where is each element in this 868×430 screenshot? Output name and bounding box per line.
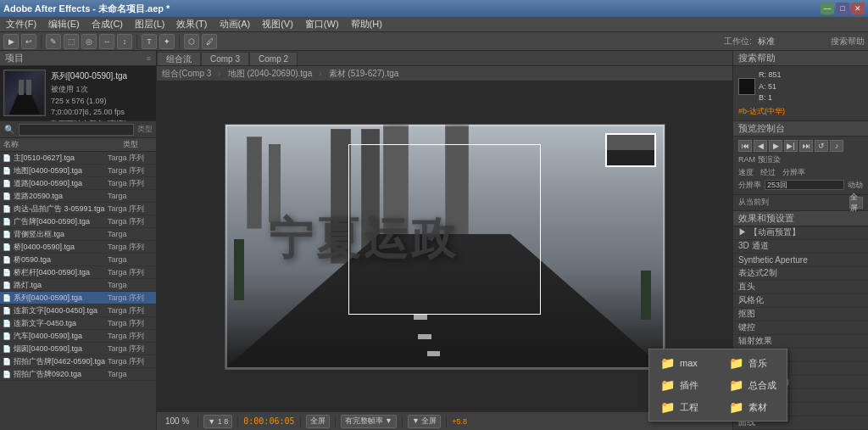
toolbar-btn-5[interactable]: ◎ (81, 34, 97, 49)
toolbar-btn-9[interactable]: ✦ (159, 34, 175, 49)
full-btn[interactable]: ▼ 全屏 (408, 415, 441, 428)
file-item-13[interactable]: 📄连新文字-0450.tgaTarga 序列 (0, 317, 156, 330)
toolbar-btn-6[interactable]: ↔ (99, 34, 114, 49)
effect-item-8[interactable]: 辐射效果 (733, 335, 868, 349)
effect-item-7[interactable]: 键控 (733, 321, 868, 335)
file-icon-10: 📄 (2, 280, 12, 290)
loop-btn[interactable]: ↺ (815, 140, 828, 152)
panel-collapse-btn[interactable]: ≡ (147, 54, 151, 63)
file-type-12: Targa 序列 (108, 305, 154, 316)
menu-item-动画[interactable]: 动画(A) (217, 18, 253, 31)
file-item-3[interactable]: 📄道路20590.tgaTarga (0, 190, 156, 203)
toolbar-btn-1[interactable]: ▶ (3, 34, 19, 49)
right-panel-title: 搜索帮助 (738, 52, 776, 64)
toolbar-btn-3[interactable]: ✎ (46, 34, 61, 49)
file-item-16[interactable]: 📄招拍广告牌[0462-0590].tgaTarga 序列 (0, 355, 156, 368)
col-type-header: 类型 (105, 139, 156, 150)
file-item-8[interactable]: 📄桥0590.tgaTarga (0, 254, 156, 266)
ctx-item-插件[interactable]: 📁插件 (653, 375, 715, 395)
mini-preview-content (607, 135, 654, 165)
effect-item-6[interactable]: 抠图 (733, 308, 868, 321)
search-icon[interactable]: 🔍 (3, 124, 15, 136)
menu-item-合成[interactable]: 合成(C) (89, 18, 125, 31)
file-item-9[interactable]: 📄桥栏杆[0400-0590].tgaTarga 序列 (0, 266, 156, 279)
effect-item-2[interactable]: Synthetic Aperture (733, 254, 868, 267)
full-screen-toggle[interactable]: 全屏 (849, 197, 863, 209)
quality-btn[interactable]: 全屏 (306, 415, 330, 428)
file-item-10[interactable]: 📄路灯.tgaTarga (0, 279, 156, 292)
ctx-item-音乐[interactable]: 📁音乐 (721, 353, 783, 373)
file-item-17[interactable]: 📄招拍广告牌0920.tgaTarga (0, 368, 156, 381)
preview-title: 预览控制台 (738, 122, 785, 135)
file-icon-11: 📄 (2, 293, 12, 303)
file-type-11: Targa 序列 (108, 293, 154, 304)
ctrl-sep-6 (446, 416, 447, 427)
file-item-2[interactable]: 📄道路[0400-0590].tgaTarga 序列 (0, 177, 156, 190)
toolbar-btn-10[interactable]: ⬡ (184, 34, 199, 49)
next-frame-btn[interactable]: ▶| (784, 140, 798, 152)
effect-item-3[interactable]: 表达式2制 (733, 267, 868, 281)
file-item-5[interactable]: 📄广告牌[0400-0590].tgaTarga 序列 (0, 215, 156, 228)
file-type-10: Targa (108, 281, 154, 289)
res-dropdown[interactable]: 253回 (765, 180, 844, 190)
audio-btn[interactable]: ♪ (830, 140, 843, 152)
minimize-button[interactable]: — (821, 3, 834, 14)
play-btn[interactable]: ▶ (769, 140, 782, 152)
file-name-15: 烟囱[0400-0590].tga (14, 343, 108, 355)
menu-item-效果[interactable]: 效果(T) (174, 18, 209, 31)
render-btn[interactable]: 有完整帧率 ▼ (341, 415, 397, 428)
file-item-14[interactable]: 📄汽车[0400-0590].tgaTarga 序列 (0, 330, 156, 343)
file-type-1: Targa 序列 (108, 165, 154, 176)
menu-item-文件[interactable]: 文件(F) (3, 18, 39, 31)
toolbar-btn-2[interactable]: ↩ (21, 34, 36, 49)
file-icon-12: 📄 (2, 305, 12, 316)
file-name-2: 道路[0400-0590].tga (14, 178, 108, 189)
menu-item-窗口[interactable]: 窗口(W) (303, 18, 342, 31)
ctx-item-max[interactable]: 📁max (653, 353, 715, 373)
menu-item-编辑[interactable]: 编辑(E) (46, 18, 82, 31)
last-frame-btn[interactable]: ⏭ (799, 140, 813, 152)
effect-item-1[interactable]: 3D 通道 (733, 240, 868, 254)
first-frame-btn[interactable]: ⏮ (738, 140, 752, 152)
toolbar-btn-7[interactable]: ↕ (117, 34, 132, 49)
file-item-4[interactable]: 📄肉达-品拍广告 3-05991.tgaTarga 序列 (0, 203, 156, 215)
file-item-11[interactable]: 📄系列[0400-0590].tgaTarga 序列 (0, 292, 156, 304)
toolbar-btn-11[interactable]: 🖊 (202, 34, 217, 49)
fps-btn[interactable]: ▼ 1 8 (203, 415, 232, 428)
folder-icon-工程: 📁 (659, 400, 675, 414)
effect-item-5[interactable]: 风格化 (733, 294, 868, 308)
maximize-button[interactable]: □ (836, 3, 849, 14)
mini-preview (605, 133, 656, 167)
menu-item-帮助[interactable]: 帮助(H) (348, 18, 385, 31)
tab-comp3[interactable]: Comp 3 (201, 52, 249, 65)
ctx-item-总合成[interactable]: 📁总合成 (721, 375, 783, 395)
tree-left (234, 239, 244, 300)
search-input[interactable] (19, 124, 134, 136)
ctx-item-素材[interactable]: 📁素材 (721, 397, 783, 417)
asset-label: 素材 (519-627).tga (329, 68, 399, 80)
viewer-area[interactable]: 宁夏运政 (157, 81, 732, 411)
ctrl-sep-3 (300, 416, 301, 427)
effect-item-0[interactable]: ▶ 【动画预置】 (733, 226, 868, 240)
file-item-6[interactable]: 📄背侧竖出框.tgaTarga (0, 228, 156, 241)
file-item-1[interactable]: 📄地图[0400-0590].tgaTarga 序列 (0, 165, 156, 177)
file-item-7[interactable]: 📄桥[0400-0590].tgaTarga 序列 (0, 241, 156, 254)
color-values: R: 851 A: 51 B: 1 (759, 70, 782, 104)
effect-item-4[interactable]: 直头 (733, 281, 868, 294)
file-item-0[interactable]: 📄主[0510-0627].tgaTarga 序列 (0, 152, 156, 165)
ctx-item-工程[interactable]: 📁工程 (653, 397, 715, 417)
menu-item-图层[interactable]: 图层(L) (132, 18, 167, 31)
res-row: 分辨率 253回 动劫 (738, 180, 863, 191)
file-item-12[interactable]: 📄连新文字[0400-0450].tgaTarga 序列 (0, 304, 156, 317)
preview-fps: 7;0:00:07|6, 25.00 fps (51, 107, 127, 119)
viewer-header: 组合(Comp 3 › 地图 (2040-20690).tga › 素材 (51… (157, 66, 732, 81)
toolbar-btn-8[interactable]: T (142, 34, 157, 49)
toolbar-btn-4[interactable]: ⬚ (64, 34, 79, 49)
prev-frame-btn[interactable]: ◀ (754, 140, 767, 152)
menu-item-视图[interactable]: 视图(V) (259, 18, 296, 31)
tab-comp-flow[interactable]: 组合流 (157, 52, 201, 65)
playback-controls: ⏮ ◀ ▶ ▶| ⏭ ↺ ♪ (738, 140, 863, 152)
tab-comp2[interactable]: Comp 2 (249, 52, 298, 65)
close-button[interactable]: ✕ (851, 3, 865, 14)
file-item-15[interactable]: 📄烟囱[0400-0590].tgaTarga 序列 (0, 343, 156, 355)
